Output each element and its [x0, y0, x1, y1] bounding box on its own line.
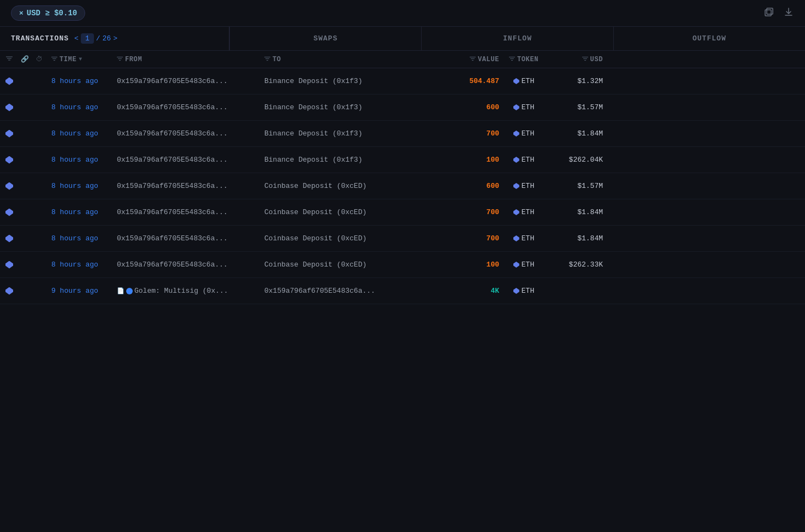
- tx-to[interactable]: Coinbase Deposit (0xcED): [264, 261, 434, 269]
- filter-badge[interactable]: × USD ≥ $0.10: [11, 5, 85, 21]
- from-text: 0x159a796af6705E5483c6a...: [117, 77, 228, 85]
- tx-chain-icon: [5, 209, 21, 216]
- tx-value: 700: [434, 234, 499, 243]
- tx-time: 8 hours ago: [51, 77, 117, 85]
- tx-value: 100: [434, 156, 499, 164]
- next-page-button[interactable]: >: [113, 34, 117, 43]
- tx-chain-icon: [5, 78, 21, 85]
- col-header-usd[interactable]: USD: [548, 56, 614, 63]
- value-filter-icon: [470, 56, 476, 63]
- transactions-label: TRANSACTIONS: [11, 34, 69, 43]
- col-header-value[interactable]: VALUE: [434, 56, 499, 63]
- tx-to[interactable]: Binance Deposit (0x1f3): [264, 129, 434, 138]
- tx-to[interactable]: Coinbase Deposit (0xcED): [264, 208, 434, 216]
- from-text: 0x159a796af6705E5483c6a...: [117, 182, 228, 190]
- eth-token-icon: [513, 262, 519, 268]
- table-row[interactable]: 8 hours ago 0x159a796af6705E5483c6a... C…: [0, 199, 805, 226]
- tx-from[interactable]: 📄Golem: Multisig (0x...: [117, 287, 264, 295]
- tx-to[interactable]: 0x159a796af6705E5483c6a...: [264, 287, 434, 295]
- col-header-time[interactable]: TIME ▼: [51, 56, 117, 63]
- tx-to[interactable]: Binance Deposit (0x1f3): [264, 77, 434, 85]
- value-label: VALUE: [478, 56, 499, 63]
- col-header-clock: ⏱: [36, 55, 51, 63]
- eth-icon: [5, 156, 13, 164]
- table-row[interactable]: 8 hours ago 0x159a796af6705E5483c6a... B…: [0, 94, 805, 121]
- tx-to[interactable]: Binance Deposit (0x1f3): [264, 156, 434, 164]
- time-label: TIME: [60, 56, 76, 63]
- tx-value: 4K: [434, 287, 499, 295]
- tx-token: ETH: [499, 103, 548, 111]
- usd-label: USD: [590, 56, 603, 63]
- tx-to[interactable]: Coinbase Deposit (0xcED): [264, 234, 434, 243]
- col-header-token[interactable]: TOKEN: [499, 56, 548, 63]
- nav-tabs: TRANSACTIONS < 1 / 26 > SWAPS INFLOW OUT…: [0, 27, 805, 51]
- col-header-link: 🔗: [21, 55, 36, 63]
- to-filter-icon: [264, 56, 270, 63]
- tx-token: ETH: [499, 287, 548, 295]
- table-row[interactable]: 9 hours ago 📄Golem: Multisig (0x... 0x15…: [0, 278, 805, 304]
- tab-outflow[interactable]: OUTFLOW: [613, 27, 805, 50]
- table-row[interactable]: 8 hours ago 0x159a796af6705E5483c6a... C…: [0, 252, 805, 278]
- tx-time: 8 hours ago: [51, 208, 117, 216]
- col-header-from[interactable]: FROM: [117, 56, 264, 63]
- time-sort-icon[interactable]: ▼: [79, 56, 82, 62]
- tx-chain-icon: [5, 261, 21, 269]
- token-symbol: ETH: [522, 261, 534, 269]
- tx-to[interactable]: Coinbase Deposit (0xcED): [264, 182, 434, 190]
- tx-chain-icon: [5, 130, 21, 138]
- tx-usd: $1.84M: [548, 208, 614, 216]
- total-pages: 26: [103, 34, 111, 43]
- usd-filter-icon: [582, 56, 588, 63]
- token-symbol: ETH: [522, 129, 534, 138]
- token-symbol: ETH: [522, 77, 534, 85]
- from-text: 0x159a796af6705E5483c6a...: [117, 234, 228, 243]
- tx-value: 600: [434, 182, 499, 190]
- tx-from[interactable]: 0x159a796af6705E5483c6a...: [117, 103, 264, 111]
- tx-from[interactable]: 0x159a796af6705E5483c6a...: [117, 182, 264, 190]
- tx-from[interactable]: 0x159a796af6705E5483c6a...: [117, 208, 264, 216]
- tx-usd: $262.04K: [548, 156, 614, 164]
- token-filter-icon: [509, 56, 515, 63]
- eth-token-icon: [513, 131, 519, 137]
- copy-icon[interactable]: [763, 7, 774, 20]
- tx-usd: $1.57M: [548, 182, 614, 190]
- from-text: 0x159a796af6705E5483c6a...: [117, 156, 228, 164]
- to-label: TO: [273, 56, 281, 63]
- download-icon[interactable]: [783, 7, 794, 20]
- tx-chain-icon: [5, 156, 21, 164]
- tab-swaps[interactable]: SWAPS: [229, 27, 421, 50]
- table-row[interactable]: 8 hours ago 0x159a796af6705E5483c6a... B…: [0, 147, 805, 173]
- tx-from[interactable]: 0x159a796af6705E5483c6a...: [117, 77, 264, 85]
- tx-from[interactable]: 0x159a796af6705E5483c6a...: [117, 234, 264, 243]
- token-symbol: ETH: [522, 103, 534, 111]
- filter-label: USD ≥ $0.10: [27, 9, 77, 17]
- close-filter-icon[interactable]: ×: [19, 9, 23, 17]
- eth-icon: [5, 78, 13, 85]
- tx-token: ETH: [499, 129, 548, 138]
- tx-token: ETH: [499, 234, 548, 243]
- table-row[interactable]: 8 hours ago 0x159a796af6705E5483c6a... B…: [0, 121, 805, 147]
- tab-transactions[interactable]: TRANSACTIONS < 1 / 26 >: [0, 27, 229, 50]
- eth-token-icon: [513, 288, 519, 294]
- tx-to[interactable]: Binance Deposit (0x1f3): [264, 103, 434, 111]
- table-row[interactable]: 8 hours ago 0x159a796af6705E5483c6a... C…: [0, 226, 805, 252]
- table-row[interactable]: 8 hours ago 0x159a796af6705E5483c6a... B…: [0, 68, 805, 94]
- tx-token: ETH: [499, 261, 548, 269]
- from-text: 0x159a796af6705E5483c6a...: [117, 129, 228, 138]
- tx-from[interactable]: 0x159a796af6705E5483c6a...: [117, 261, 264, 269]
- tx-value: 100: [434, 261, 499, 269]
- doc-icon: 📄: [117, 288, 125, 294]
- col-header-to[interactable]: TO: [264, 56, 434, 63]
- tab-inflow[interactable]: INFLOW: [421, 27, 613, 50]
- eth-token-icon: [513, 157, 519, 163]
- eth-icon: [5, 104, 13, 111]
- prev-page-button[interactable]: <: [74, 34, 79, 43]
- tx-from[interactable]: 0x159a796af6705E5483c6a...: [117, 129, 264, 138]
- column-headers: 🔗 ⏱ TIME ▼ FROM TO VALUE TOKEN: [0, 51, 805, 68]
- tx-usd: $1.84M: [548, 129, 614, 138]
- tx-from[interactable]: 0x159a796af6705E5483c6a...: [117, 156, 264, 164]
- table-row[interactable]: 8 hours ago 0x159a796af6705E5483c6a... C…: [0, 173, 805, 199]
- filter-rows-icon[interactable]: [5, 56, 13, 63]
- eth-token-icon: [513, 209, 519, 215]
- tx-time: 8 hours ago: [51, 182, 117, 190]
